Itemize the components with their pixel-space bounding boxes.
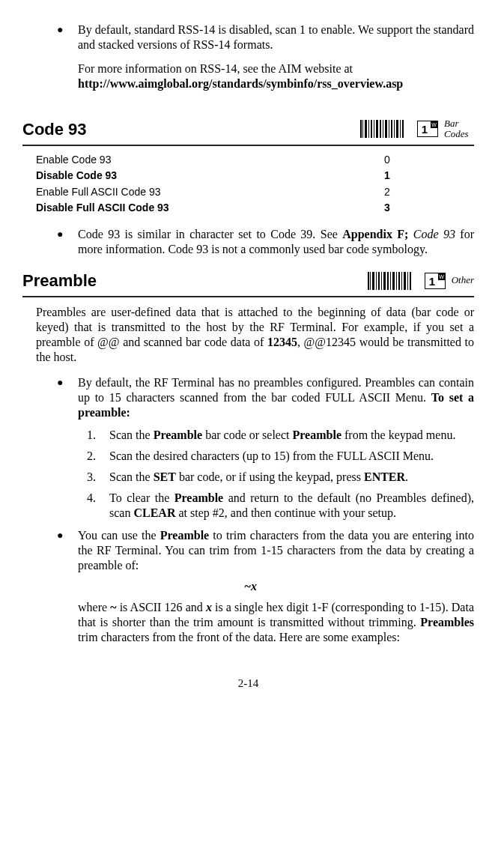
svg-rect-30	[396, 272, 397, 290]
svg-text:W: W	[431, 122, 437, 127]
step-number: 2.	[87, 449, 109, 464]
code93-heading-row: Code 93 W 1 Bar Codes	[22, 118, 474, 140]
step-text: Scan the SET bar code, or if using the k…	[109, 470, 474, 485]
svg-rect-34	[407, 272, 408, 290]
preamble-bullet-1: By default, the RF Terminal has no pream…	[78, 375, 474, 420]
preamble-heading: Preamble	[22, 270, 368, 291]
list-item: 1.Scan the Preamble bar code or select P…	[87, 428, 474, 443]
svg-rect-21	[370, 272, 371, 290]
svg-rect-26	[383, 272, 386, 290]
number-box-icon: W 1	[417, 121, 438, 137]
table-label: Disable Code 93	[36, 169, 384, 183]
code93-badge-caption: Bar Codes	[444, 118, 474, 140]
rss14-bullet: By default, standard RSS-14 is disabled,…	[78, 22, 474, 52]
svg-rect-4	[371, 120, 372, 138]
svg-rect-33	[404, 272, 406, 290]
svg-rect-32	[401, 272, 402, 290]
svg-rect-14	[400, 120, 401, 138]
table-row: Disable Code 931	[36, 168, 474, 184]
svg-rect-8	[383, 120, 383, 138]
svg-rect-13	[396, 120, 398, 138]
svg-rect-28	[390, 272, 391, 290]
number-box-icon: W 1	[425, 273, 446, 289]
code93-bullet: Code 93 is similar in character set to C…	[78, 227, 474, 257]
svg-rect-15	[402, 120, 404, 138]
tilde-expression: ~x	[27, 579, 474, 594]
bullet-dot: ●	[57, 227, 78, 257]
svg-rect-1	[362, 120, 363, 138]
table-row: Enable Full ASCII Code 932	[36, 184, 474, 201]
step-text: Scan the Preamble bar code or select Pre…	[109, 428, 474, 443]
list-item: 4.To clear the Preamble and return to th…	[87, 491, 474, 521]
svg-rect-7	[380, 120, 381, 138]
bullet-dot: ●	[57, 528, 78, 573]
trim-explanation: where ~ is ASCII 126 and x is a single h…	[78, 600, 474, 645]
svg-rect-3	[368, 120, 369, 138]
svg-rect-29	[392, 272, 395, 290]
step-text: To clear the Preamble and return to the …	[109, 491, 474, 521]
svg-text:1: 1	[428, 275, 434, 288]
bullet-dot: ●	[57, 375, 78, 420]
step-number: 3.	[87, 470, 109, 485]
page-number: 2-14	[22, 676, 474, 691]
svg-rect-0	[360, 120, 362, 138]
table-value: 0	[384, 154, 474, 167]
preamble-heading-row: Preamble W 1 Other	[22, 270, 474, 291]
svg-rect-5	[374, 120, 374, 138]
svg-rect-27	[387, 272, 389, 290]
preamble-steps: 1.Scan the Preamble bar code or select P…	[87, 428, 474, 521]
svg-rect-31	[398, 272, 400, 290]
rss14-more-info: For more information on RSS-14, see the …	[78, 61, 474, 91]
svg-rect-6	[376, 120, 378, 138]
step-number: 4.	[87, 491, 109, 521]
svg-rect-9	[385, 120, 387, 138]
svg-rect-22	[372, 272, 374, 290]
list-item: 2.Scan the desired characters (up to 15)…	[87, 449, 474, 464]
list-item: 3.Scan the SET bar code, or if using the…	[87, 470, 474, 485]
preamble-intro: Preambles are user-defined data that is …	[36, 305, 474, 365]
svg-rect-24	[378, 272, 380, 290]
preamble-badge-caption: Other	[452, 275, 474, 285]
preamble-bullet-2: You can use the Preamble to trim charact…	[78, 528, 474, 573]
step-text: Scan the desired characters (up to 15) f…	[109, 449, 474, 464]
svg-text:1: 1	[422, 123, 428, 136]
table-label: Enable Full ASCII Code 93	[36, 186, 384, 199]
table-label: Disable Full ASCII Code 93	[36, 202, 384, 215]
divider	[22, 296, 474, 297]
svg-rect-25	[381, 272, 382, 290]
bullet-dot: ●	[57, 22, 78, 52]
table-value: 3	[384, 202, 474, 215]
table-label: Enable Code 93	[36, 154, 384, 167]
svg-text:W: W	[439, 274, 444, 279]
table-row: Enable Code 930	[36, 152, 474, 169]
svg-rect-35	[410, 272, 411, 290]
table-value: 1	[384, 169, 474, 183]
svg-rect-12	[394, 120, 395, 138]
svg-rect-2	[365, 120, 367, 138]
barcode-icon	[368, 270, 413, 291]
table-row: Disable Full ASCII Code 933	[36, 200, 474, 216]
step-number: 1.	[87, 428, 109, 443]
svg-rect-23	[376, 272, 377, 290]
svg-rect-10	[389, 120, 389, 138]
svg-rect-11	[391, 120, 392, 138]
barcode-icon	[360, 118, 405, 139]
code93-table: Enable Code 930Disable Code 931Enable Fu…	[36, 152, 474, 216]
table-value: 2	[384, 186, 474, 199]
svg-rect-20	[368, 272, 369, 290]
divider	[22, 145, 474, 146]
code93-heading: Code 93	[22, 119, 360, 140]
